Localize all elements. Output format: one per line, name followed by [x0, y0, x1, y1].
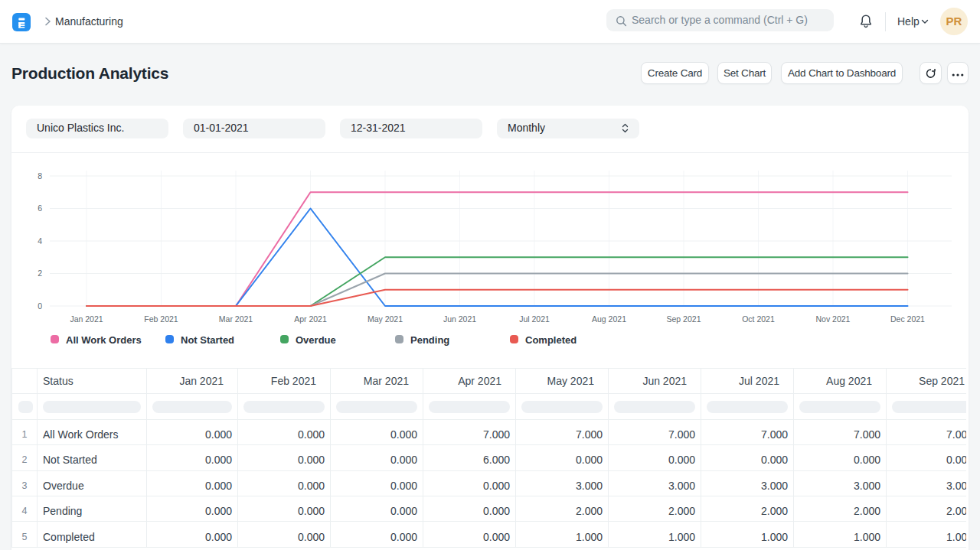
svg-text:2: 2 [38, 268, 42, 278]
svg-text:Apr 2021: Apr 2021 [294, 314, 327, 324]
svg-text:Pending: Pending [410, 334, 449, 346]
svg-text:Dec 2021: Dec 2021 [890, 314, 925, 324]
svg-text:Nov 2021: Nov 2021 [816, 314, 851, 324]
svg-text:Oct 2021: Oct 2021 [742, 314, 775, 324]
svg-text:4: 4 [38, 236, 42, 246]
svg-text:Jul 2021: Jul 2021 [519, 314, 550, 324]
svg-text:Jan 2021: Jan 2021 [70, 314, 103, 324]
svg-text:Completed: Completed [525, 334, 577, 346]
svg-text:Aug 2021: Aug 2021 [592, 314, 626, 324]
svg-text:0: 0 [38, 301, 42, 311]
svg-text:All Work Orders: All Work Orders [66, 334, 142, 346]
svg-text:6: 6 [38, 203, 42, 213]
svg-text:Not Started: Not Started [181, 334, 234, 346]
svg-text:May 2021: May 2021 [368, 314, 403, 324]
svg-text:8: 8 [38, 171, 42, 181]
svg-text:Feb 2021: Feb 2021 [144, 314, 178, 324]
svg-text:Sep 2021: Sep 2021 [667, 314, 701, 324]
svg-text:Mar 2021: Mar 2021 [219, 314, 253, 324]
svg-text:Jun 2021: Jun 2021 [443, 314, 476, 324]
svg-text:Overdue: Overdue [296, 334, 336, 346]
